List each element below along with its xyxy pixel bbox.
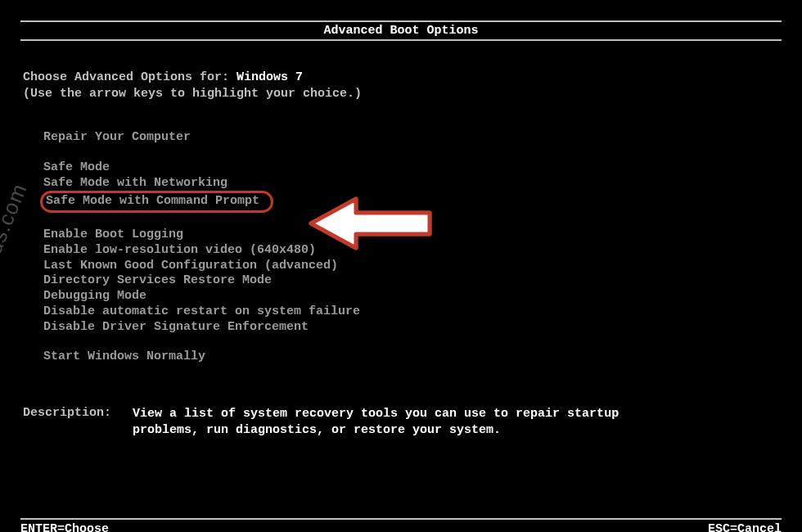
watermark-text: 2-remove-virus.com <box>0 180 33 377</box>
intro-text: Choose Advanced Options for: Windows 7 (… <box>23 70 802 101</box>
menu-item-directory-services-restore[interactable]: Directory Services Restore Mode <box>43 273 802 289</box>
menu-item-safe-mode[interactable]: Safe Mode <box>43 160 802 176</box>
menu-item-start-normally[interactable]: Start Windows Normally <box>43 349 802 365</box>
description-label: Description: <box>23 406 111 438</box>
page-title: Advanced Boot Options <box>323 24 478 38</box>
menu-item-repair-computer[interactable]: Repair Your Computer <box>43 130 802 146</box>
menu-item-safe-mode-command-prompt[interactable]: Safe Mode with Command Prompt <box>40 191 273 213</box>
menu-item-debugging-mode[interactable]: Debugging Mode <box>43 289 802 304</box>
os-name: Windows 7 <box>237 70 303 84</box>
menu-group-normal: Start Windows Normally <box>43 349 802 365</box>
footer-enter-hint: ENTER=Choose <box>20 522 109 532</box>
menu-group-repair: Repair Your Computer <box>43 130 802 146</box>
arrow-left-icon <box>303 195 442 252</box>
title-bar: Advanced Boot Options <box>20 20 782 41</box>
description-section: Description: View a list of system recov… <box>23 406 802 438</box>
menu-item-disable-driver-signature[interactable]: Disable Driver Signature Enforcement <box>43 320 802 336</box>
arrow-callout <box>303 195 442 252</box>
menu-item-disable-auto-restart[interactable]: Disable automatic restart on system fail… <box>43 304 802 320</box>
arrow-key-hint: (Use the arrow keys to highlight your ch… <box>23 86 802 102</box>
menu-item-safe-mode-networking[interactable]: Safe Mode with Networking <box>43 176 802 192</box>
footer-bar: ENTER=Choose ESC=Cancel <box>20 518 782 532</box>
footer-esc-hint: ESC=Cancel <box>708 522 782 532</box>
menu-item-last-known-good[interactable]: Last Known Good Configuration (advanced) <box>43 259 802 274</box>
description-text: View a list of system recovery tools you… <box>133 406 624 438</box>
choose-label: Choose Advanced Options for: <box>23 70 229 84</box>
